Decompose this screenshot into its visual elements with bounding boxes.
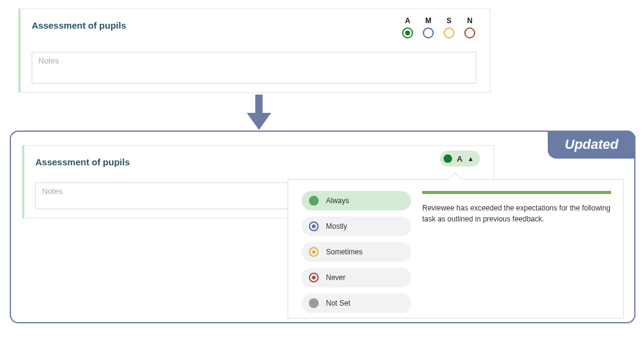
rating-letter: N xyxy=(467,16,473,25)
option-label: Never xyxy=(326,273,345,282)
option-label: Not Set xyxy=(326,299,350,307)
rating-radio-m[interactable]: M xyxy=(422,16,435,38)
rating-selected-label: A xyxy=(457,154,462,163)
rating-dot-icon xyxy=(444,154,452,163)
option-label: Mostly xyxy=(326,222,347,231)
arrow-down-icon xyxy=(247,95,271,130)
option-dot-icon xyxy=(309,247,319,257)
rating-circle-icon xyxy=(423,27,434,38)
chevron-up-icon: ▲ xyxy=(467,155,474,162)
rating-option-always[interactable]: Always xyxy=(302,191,411,210)
rating-letter: A xyxy=(405,16,411,25)
rating-circle-icon xyxy=(444,27,455,38)
rating-option-not-set[interactable]: Not Set xyxy=(302,293,411,313)
rating-description: Reviewee has exceeded the expectations f… xyxy=(422,191,611,224)
description-accent-bar xyxy=(422,191,611,194)
assessment-card-old: Assessment of pupils AMSN Notes xyxy=(18,9,490,93)
rating-radio-n[interactable]: N xyxy=(463,16,476,38)
option-dot-icon xyxy=(309,273,319,282)
option-dot-icon xyxy=(309,221,319,231)
rating-circle-icon xyxy=(464,27,475,38)
updated-badge: Updated xyxy=(548,131,635,159)
option-dot-icon xyxy=(309,196,319,206)
rating-circle-icon xyxy=(402,27,413,38)
option-dot-icon xyxy=(309,298,319,308)
card-title: Assessment of pupils xyxy=(35,157,480,167)
rating-radio-s[interactable]: S xyxy=(442,16,456,38)
notes-input[interactable]: Notes xyxy=(32,52,476,84)
rating-option-never[interactable]: Never xyxy=(302,268,411,287)
option-label: Sometimes xyxy=(326,248,363,256)
option-label: Always xyxy=(326,196,349,205)
rating-radios: AMSN xyxy=(401,16,476,38)
rating-option-sometimes[interactable]: Sometimes xyxy=(302,242,411,262)
rating-letter: M xyxy=(425,16,431,25)
rating-radio-a[interactable]: A xyxy=(401,16,414,38)
rating-option-mostly[interactable]: Mostly xyxy=(302,217,411,236)
rating-options-list: AlwaysMostlySometimesNeverNot Set xyxy=(302,191,411,313)
description-text: Reviewee has exceeded the expectations f… xyxy=(422,203,611,224)
rating-selector-chip[interactable]: A ▲ xyxy=(440,151,480,167)
rating-dropdown-panel: AlwaysMostlySometimesNeverNot Set Review… xyxy=(288,179,624,318)
rating-letter: S xyxy=(447,16,451,25)
